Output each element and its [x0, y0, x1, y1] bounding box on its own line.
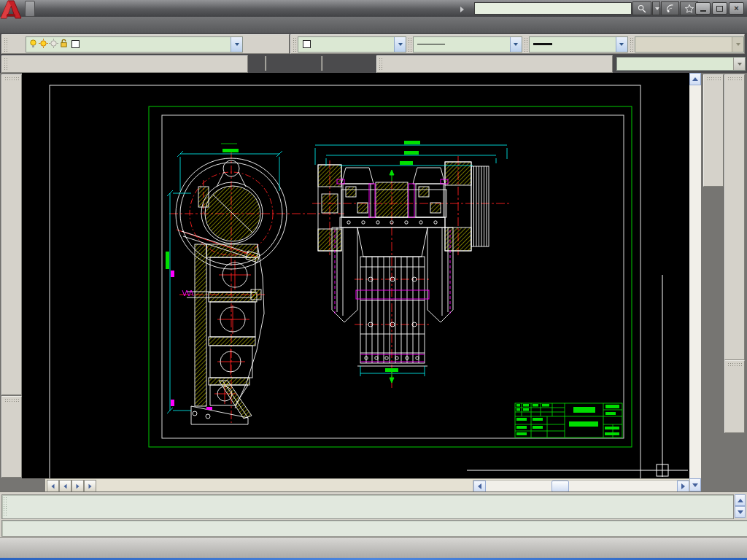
linetype-dropdown-arrow-icon[interactable] [510, 37, 522, 52]
command-window [0, 491, 747, 538]
command-window-grip[interactable] [3, 497, 7, 517]
scroll-right-icon[interactable] [677, 481, 689, 492]
plotstyle-dropdown-arrow-icon [732, 37, 743, 52]
window-controls: × [695, 2, 744, 15]
scroll-up-icon[interactable] [689, 73, 701, 85]
front-view [312, 141, 511, 388]
command-history[interactable] [1, 494, 734, 519]
view-preset-arrow-icon[interactable] [733, 58, 745, 70]
view-toolbar [376, 55, 613, 73]
toolbar-row-layers-properties [0, 33, 747, 55]
layer-freeze-sun-icon[interactable] [39, 39, 49, 50]
color-dropdown[interactable] [298, 36, 407, 52]
color-swatch [303, 40, 311, 48]
command-scrollbar[interactable] [735, 494, 746, 518]
scroll-down-icon[interactable] [689, 478, 701, 491]
command-input[interactable] [1, 520, 747, 537]
plotstyle-dropdown [635, 36, 745, 52]
vertical-scrollbar[interactable] [689, 73, 701, 491]
lineweight-dropdown-arrow-icon[interactable] [616, 37, 627, 52]
toolbar-grip[interactable] [706, 77, 721, 80]
search-input[interactable] [474, 2, 632, 15]
window-title [371, 2, 376, 13]
toolbar-grip[interactable] [4, 58, 7, 71]
toolbar-grip[interactable] [630, 37, 633, 52]
modify-toolbar [724, 74, 745, 360]
restore-button[interactable] [712, 2, 727, 15]
layer-lock-icon[interactable] [59, 39, 69, 50]
toolbar-grip[interactable] [4, 398, 19, 402]
layer-dropdown-arrow-icon[interactable] [231, 37, 242, 52]
toolbar-grip[interactable] [293, 37, 296, 52]
linetype-dropdown[interactable] [413, 36, 522, 52]
properties-toolbar [290, 34, 745, 54]
status-bar [0, 537, 747, 559]
toolbar-grip[interactable] [4, 77, 19, 80]
command-scroll-up-icon[interactable] [735, 494, 746, 506]
modeling-toolbar [1, 55, 248, 73]
layers-toolbar [1, 34, 290, 54]
crosshair-cursor [467, 275, 688, 477]
search-dropdown-icon[interactable] [652, 1, 660, 15]
toolbar-separator [265, 56, 266, 71]
tab-next-icon[interactable] [71, 480, 84, 492]
toolbar-separator [321, 56, 322, 71]
title-menu-arrow-icon[interactable] [460, 7, 464, 12]
autocad-logo-icon[interactable] [0, 0, 22, 19]
close-button[interactable]: × [729, 2, 744, 15]
view-preset-dropdown[interactable] [616, 57, 746, 71]
layer-color-swatch [71, 40, 80, 48]
object-edit-toolbar [703, 74, 724, 187]
infocenter [474, 2, 698, 15]
toolbar-grip[interactable] [4, 37, 7, 52]
main-area [0, 73, 747, 491]
toolbar-grip[interactable] [727, 77, 742, 80]
layer-dropdown[interactable] [26, 36, 243, 52]
toolbar-grip[interactable] [408, 37, 411, 52]
color-dropdown-arrow-icon[interactable] [394, 37, 406, 52]
search-icon[interactable] [632, 1, 651, 15]
layer-viewport-sun-icon[interactable] [49, 39, 59, 50]
menu-bar: × [0, 17, 747, 33]
scrollbar-thumb[interactable] [551, 481, 569, 492]
lineweight-dropdown[interactable] [529, 36, 628, 52]
toolbar-grip[interactable] [524, 37, 527, 52]
layer-manager-icon[interactable] [9, 37, 24, 52]
linetype-sample [417, 44, 445, 45]
layer-previous-icon[interactable] [258, 37, 274, 52]
navigate-toolbar [1, 396, 22, 478]
draw-order-toolbar [724, 360, 745, 433]
tab-prev-icon[interactable] [59, 480, 71, 492]
draw-toolbar [1, 74, 22, 395]
title-bar: × [0, 0, 747, 17]
drawing-canvas[interactable] [22, 73, 689, 478]
command-scroll-down-icon[interactable] [735, 506, 746, 518]
layer-on-bulb-icon[interactable] [28, 39, 39, 50]
side-view [166, 144, 344, 424]
toolbar-row-modeling-views [0, 55, 747, 73]
tab-last-icon[interactable] [84, 480, 96, 492]
title-block [515, 403, 622, 438]
quick-access-toolbar [25, 1, 35, 17]
autocad-window: × × [0, 0, 747, 560]
cad-drawing [22, 73, 689, 478]
sheet-frames [50, 85, 640, 478]
toolbar-grip[interactable] [379, 58, 382, 71]
scroll-left-icon[interactable] [473, 481, 486, 492]
minimize-button[interactable] [695, 2, 711, 15]
layer-states-icon[interactable] [243, 37, 258, 52]
communication-center-icon[interactable] [661, 1, 679, 15]
toolbar-grip[interactable] [727, 362, 742, 366]
tab-first-icon[interactable] [47, 480, 59, 492]
lineweight-sample [533, 43, 552, 45]
layout-tab-bar [45, 478, 689, 492]
